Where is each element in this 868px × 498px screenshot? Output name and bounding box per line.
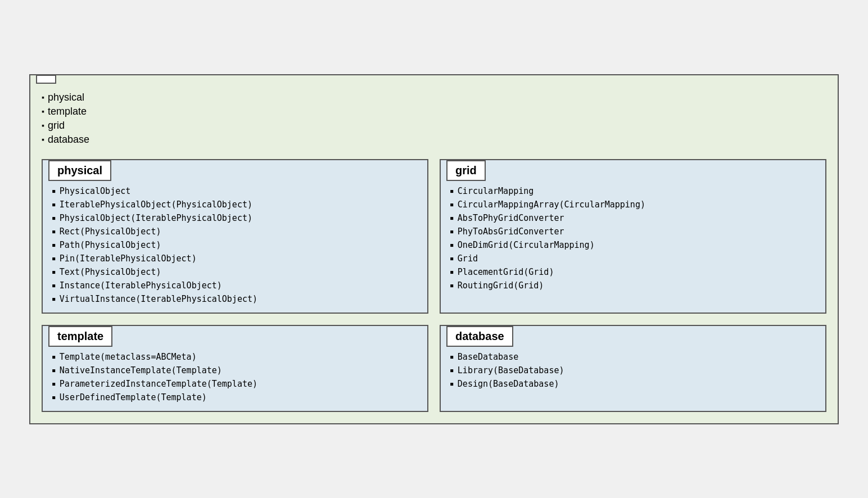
module-list-physical: PhysicalObjectIterablePhysicalObject(Phy… [43, 181, 427, 313]
module-list-item: RoutingGrid(Grid) [450, 279, 816, 292]
module-list-item: Template(metaclass=ABCMeta) [52, 350, 418, 364]
module-title-template: template [48, 326, 112, 347]
module-title-grid: grid [446, 160, 486, 181]
module-list-item: AbsToPhyGridConverter [450, 211, 816, 225]
module-list-template: Template(metaclass=ABCMeta)NativeInstanc… [43, 347, 427, 411]
module-list-item: Library(BaseDatabase) [450, 364, 816, 377]
module-list-item: ParameterizedInstanceTemplate(Template) [52, 377, 418, 391]
module-list-item: Text(PhysicalObject) [52, 265, 418, 279]
object-list-item: template [42, 105, 826, 119]
module-list-database: BaseDatabaseLibrary(BaseDatabase)Design(… [441, 347, 825, 397]
module-list-item: CircularMapping [450, 184, 816, 198]
module-list-item: NativeInstanceTemplate(Template) [52, 364, 418, 377]
object-list-item: grid [42, 119, 826, 133]
module-list-item: PhyToAbsGridConverter [450, 225, 816, 238]
module-list-item: PhysicalObject(IterablePhysicalObject) [52, 211, 418, 225]
module-box-physical: physicalPhysicalObjectIterablePhysicalOb… [42, 159, 428, 314]
module-list-grid: CircularMappingCircularMappingArray(Circ… [441, 181, 825, 299]
module-title-database: database [446, 326, 513, 347]
module-list-item: VirtualInstance(IterablePhysicalObject) [52, 292, 418, 306]
module-list-item: Grid [450, 252, 816, 265]
module-list-item: OneDimGrid(CircularMapping) [450, 238, 816, 252]
module-list-item: Path(PhysicalObject) [52, 238, 418, 252]
diagram-wrapper: physicaltemplategriddatabase physicalPhy… [18, 63, 850, 436]
module-list-item: Pin(IterablePhysicalObject) [52, 252, 418, 265]
module-list-item: BaseDatabase [450, 350, 816, 364]
module-list-item: Rect(PhysicalObject) [52, 225, 418, 238]
object-list-item: physical [42, 90, 826, 105]
object-list-item: database [42, 133, 826, 147]
module-list-item: Design(BaseDatabase) [450, 377, 816, 391]
module-list-item: PhysicalObject [52, 184, 418, 198]
module-list-item: IterablePhysicalObject(PhysicalObject) [52, 198, 418, 211]
module-box-grid: gridCircularMappingCircularMappingArray(… [440, 159, 826, 314]
modules-grid: physicalPhysicalObjectIterablePhysicalOb… [30, 153, 838, 423]
object-box: physicaltemplategriddatabase physicalPhy… [29, 74, 839, 424]
module-list-item: Instance(IterablePhysicalObject) [52, 279, 418, 292]
object-title [36, 75, 56, 84]
module-box-template: templateTemplate(metaclass=ABCMeta)Nativ… [42, 325, 428, 412]
module-list-item: UserDefinedTemplate(Template) [52, 391, 418, 404]
module-title-physical: physical [48, 160, 111, 181]
module-list-item: CircularMappingArray(CircularMapping) [450, 198, 816, 211]
object-list: physicaltemplategriddatabase [30, 86, 838, 153]
module-box-database: databaseBaseDatabaseLibrary(BaseDatabase… [440, 325, 826, 412]
module-list-item: PlacementGrid(Grid) [450, 265, 816, 279]
